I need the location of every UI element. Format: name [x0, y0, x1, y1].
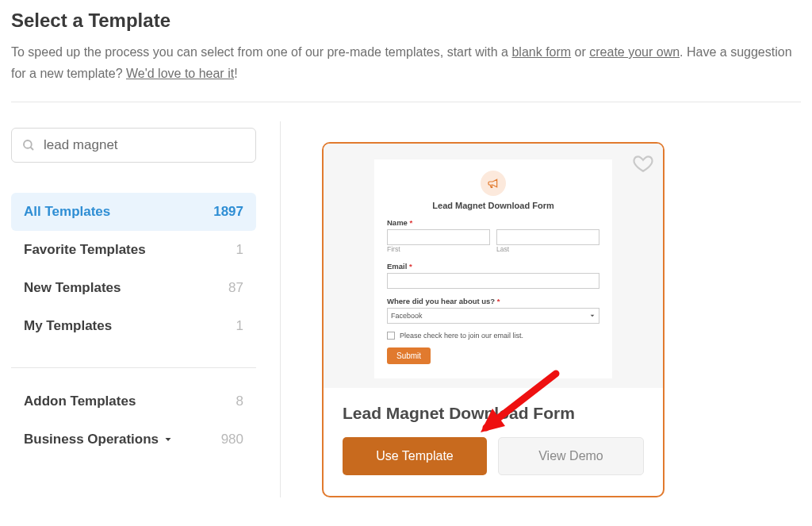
category-favorite-templates[interactable]: Favorite Templates 1: [11, 231, 256, 269]
category-all-templates[interactable]: All Templates 1897: [11, 193, 256, 231]
view-demo-button[interactable]: View Demo: [498, 437, 644, 475]
template-preview: Lead Magnet Download Form Name * First L…: [324, 144, 663, 388]
more-categories: Addon Templates 8 Business Operations 98…: [11, 382, 256, 459]
chevron-down-icon: [589, 313, 596, 319]
use-template-button[interactable]: Use Template: [343, 437, 487, 475]
category-count: 1: [236, 318, 243, 334]
create-own-link[interactable]: create your own: [589, 45, 680, 59]
first-sublabel: First: [387, 245, 490, 253]
category-label: Favorite Templates: [24, 242, 146, 258]
template-name: Lead Magnet Download Form: [343, 404, 644, 423]
intro-segment: To speed up the process you can select f…: [11, 45, 511, 59]
template-card: Lead Magnet Download Form Name * First L…: [322, 142, 665, 497]
main-content: Lead Magnet Download Form Name * First L…: [281, 121, 801, 497]
favorite-icon[interactable]: [633, 153, 653, 174]
hear-select: Facebook: [387, 308, 599, 324]
form-preview: Lead Magnet Download Form Name * First L…: [374, 159, 612, 378]
category-label: Business Operations: [24, 432, 159, 447]
category-count: 87: [228, 280, 243, 296]
checkbox: [387, 332, 395, 340]
search-icon: [21, 138, 36, 152]
category-label: New Templates: [24, 280, 121, 296]
blank-form-link[interactable]: blank form: [511, 45, 571, 59]
preview-form-title: Lead Magnet Download Form: [387, 201, 599, 210]
email-input: [387, 273, 599, 289]
chevron-down-icon: [163, 435, 173, 444]
field-label-name: Name *: [387, 218, 599, 227]
divider: [11, 102, 801, 102]
checkbox-row: Please check here to join our email list…: [387, 332, 599, 340]
field-label-hear: Where did you hear about us? *: [387, 297, 599, 305]
category-label: My Templates: [24, 318, 112, 334]
svg-point-0: [24, 140, 32, 148]
select-value: Facebook: [391, 312, 423, 320]
category-count: 8: [236, 394, 243, 409]
category-count: 1: [236, 242, 243, 258]
last-sublabel: Last: [496, 245, 599, 253]
category-label: All Templates: [24, 204, 110, 220]
category-count: 1897: [213, 204, 243, 220]
category-addon-templates[interactable]: Addon Templates 8: [11, 382, 256, 420]
megaphone-icon: [481, 171, 506, 196]
last-name-input: [496, 229, 599, 245]
intro-text: To speed up the process you can select f…: [11, 41, 801, 84]
card-body: Lead Magnet Download Form Use Template V…: [324, 388, 663, 496]
category-new-templates[interactable]: New Templates 87: [11, 269, 256, 307]
intro-segment: or: [571, 45, 589, 59]
search-field[interactable]: [11, 128, 256, 163]
category-my-templates[interactable]: My Templates 1: [11, 307, 256, 345]
checkbox-label: Please check here to join our email list…: [400, 332, 523, 340]
search-input[interactable]: [44, 137, 246, 153]
category-list: All Templates 1897 Favorite Templates 1 …: [11, 193, 256, 345]
category-business-operations[interactable]: Business Operations 980: [11, 420, 256, 459]
intro-segment: !: [234, 67, 237, 80]
sidebar: All Templates 1897 Favorite Templates 1 …: [11, 121, 281, 497]
feedback-link[interactable]: We'd love to hear it: [126, 67, 234, 80]
field-label-email: Email *: [387, 262, 599, 271]
page-title: Select a Template: [11, 10, 801, 32]
divider: [11, 367, 256, 368]
category-label: Addon Templates: [24, 394, 136, 409]
svg-line-1: [30, 148, 33, 151]
category-count: 980: [221, 432, 243, 447]
first-name-input: [387, 229, 490, 245]
preview-submit-button: Submit: [387, 347, 431, 364]
